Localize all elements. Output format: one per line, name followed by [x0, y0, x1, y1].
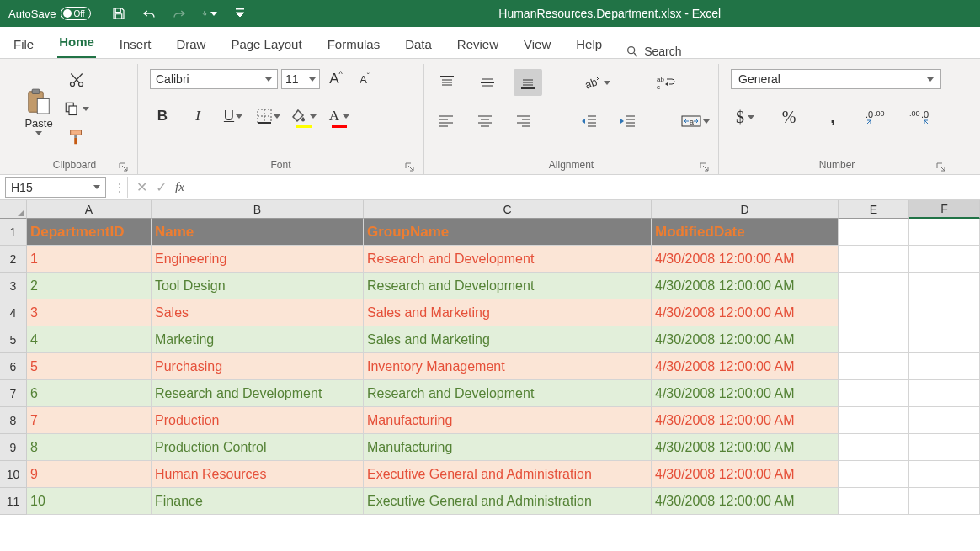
decrease-indent-button[interactable]	[576, 108, 603, 135]
cell-id[interactable]: 5	[27, 353, 152, 380]
cell-group[interactable]: Executive General and Administration	[364, 488, 652, 515]
row-header-5[interactable]: 5	[0, 326, 27, 353]
customize-qat-icon[interactable]	[232, 6, 248, 21]
cell-date[interactable]: 4/30/2008 12:00:00 AM	[652, 246, 839, 273]
enter-formula-icon[interactable]: ✓	[156, 179, 167, 195]
align-right-button[interactable]	[510, 108, 537, 135]
save-icon[interactable]	[111, 6, 126, 21]
redo-icon[interactable]	[172, 6, 187, 21]
tab-view[interactable]: View	[522, 30, 552, 58]
cell-id[interactable]: 7	[27, 407, 152, 434]
cell-id[interactable]: 9	[27, 461, 152, 488]
comma-format-button[interactable]: ,	[818, 104, 847, 130]
wrap-text-button[interactable]: abc	[652, 69, 680, 96]
row-header-9[interactable]: 9	[0, 434, 27, 461]
tab-formulas[interactable]: Formulas	[326, 30, 382, 58]
autosave-toggle[interactable]: AutoSave Off	[8, 7, 91, 20]
cell-id[interactable]: 8	[27, 434, 152, 461]
row-header-11[interactable]: 11	[0, 488, 27, 515]
shrink-font-button[interactable]: Aˇ	[352, 69, 377, 89]
cell-date[interactable]: 4/30/2008 12:00:00 AM	[652, 461, 839, 488]
toggle-switch[interactable]: Off	[61, 7, 91, 20]
row-header-10[interactable]: 10	[0, 461, 27, 488]
align-center-button[interactable]	[471, 108, 498, 135]
tab-home[interactable]: Home	[57, 28, 96, 58]
cell[interactable]	[909, 380, 980, 407]
font-dialog-launcher[interactable]	[405, 162, 415, 172]
col-header-B[interactable]: B	[152, 200, 364, 219]
cell[interactable]	[909, 299, 980, 326]
tab-insert[interactable]: Insert	[118, 30, 153, 58]
cell-name[interactable]: Tool Design	[152, 273, 364, 299]
alignment-dialog-launcher[interactable]	[700, 162, 710, 172]
number-dialog-launcher[interactable]	[936, 162, 946, 172]
cell-group[interactable]: Research and Development	[364, 273, 652, 299]
number-format-selector[interactable]: General	[731, 69, 941, 89]
align-top-button[interactable]	[433, 69, 461, 96]
cell-id[interactable]: 1	[27, 246, 152, 273]
align-middle-button[interactable]	[473, 69, 502, 96]
cell-group[interactable]: Manufacturing	[364, 407, 652, 434]
cell[interactable]	[839, 273, 909, 299]
fill-color-button[interactable]	[291, 104, 317, 128]
merge-center-button[interactable]: a	[681, 108, 710, 135]
col-header-E[interactable]: E	[839, 200, 909, 219]
font-name-selector[interactable]: Calibri	[150, 69, 278, 89]
header-cell[interactable]: ModifiedDate	[652, 219, 839, 246]
italic-button[interactable]: I	[185, 104, 210, 128]
cell-date[interactable]: 4/30/2008 12:00:00 AM	[652, 434, 839, 461]
cell-date[interactable]: 4/30/2008 12:00:00 AM	[652, 326, 839, 353]
cell[interactable]	[839, 326, 909, 353]
paste-button[interactable]: Paste	[20, 64, 57, 156]
decrease-decimal-button[interactable]: .00.0	[906, 104, 935, 130]
fx-icon[interactable]: fx	[175, 180, 184, 194]
cell-id[interactable]: 10	[27, 488, 152, 515]
cell[interactable]	[909, 488, 980, 515]
cell[interactable]	[839, 407, 909, 434]
cell-group[interactable]: Manufacturing	[364, 434, 652, 461]
cell[interactable]	[909, 273, 980, 299]
worksheet-grid[interactable]: 1234567891011 ABCDEF DepartmentIDNameGro…	[0, 200, 980, 515]
row-header-6[interactable]: 6	[0, 353, 27, 380]
cell[interactable]	[909, 434, 980, 461]
tab-help[interactable]: Help	[574, 30, 604, 58]
cell-date[interactable]: 4/30/2008 12:00:00 AM	[652, 380, 839, 407]
cell-date[interactable]: 4/30/2008 12:00:00 AM	[652, 488, 839, 515]
font-color-button[interactable]: A	[327, 104, 352, 128]
cell-date[interactable]: 4/30/2008 12:00:00 AM	[652, 273, 839, 299]
grow-font-button[interactable]: A^	[323, 69, 349, 89]
cell[interactable]	[909, 246, 980, 273]
cell-group[interactable]: Sales and Marketing	[364, 299, 652, 326]
cell-name[interactable]: Production Control	[152, 434, 364, 461]
cell[interactable]	[839, 219, 909, 246]
cell-group[interactable]: Research and Development	[364, 380, 652, 407]
cell-date[interactable]: 4/30/2008 12:00:00 AM	[652, 407, 839, 434]
align-left-button[interactable]	[433, 108, 460, 135]
cell-name[interactable]: Engineering	[152, 246, 364, 273]
cell[interactable]	[839, 246, 909, 273]
row-header-2[interactable]: 2	[0, 246, 27, 273]
cell[interactable]	[909, 407, 980, 434]
percent-format-button[interactable]: %	[775, 104, 803, 130]
row-header-7[interactable]: 7	[0, 380, 27, 407]
cell-date[interactable]: 4/30/2008 12:00:00 AM	[652, 299, 839, 326]
tab-draw[interactable]: Draw	[174, 30, 207, 58]
formula-input[interactable]	[193, 177, 980, 198]
cell[interactable]	[839, 299, 909, 326]
cell[interactable]	[839, 380, 909, 407]
select-all-corner[interactable]	[0, 200, 27, 219]
undo-icon[interactable]	[141, 6, 157, 21]
underline-button[interactable]: U	[221, 104, 246, 128]
row-header-8[interactable]: 8	[0, 407, 27, 434]
tab-page-layout[interactable]: Page Layout	[229, 30, 303, 58]
cell-group[interactable]: Research and Development	[364, 246, 652, 273]
tab-file[interactable]: File	[12, 30, 35, 58]
cell[interactable]	[839, 488, 909, 515]
cell[interactable]	[839, 461, 909, 488]
cell-date[interactable]: 4/30/2008 12:00:00 AM	[652, 353, 839, 380]
cell-name[interactable]: Production	[152, 407, 364, 434]
tab-review[interactable]: Review	[455, 30, 500, 58]
cell[interactable]	[909, 461, 980, 488]
cell-group[interactable]: Inventory Management	[364, 353, 652, 380]
clipboard-dialog-launcher[interactable]	[119, 162, 129, 172]
